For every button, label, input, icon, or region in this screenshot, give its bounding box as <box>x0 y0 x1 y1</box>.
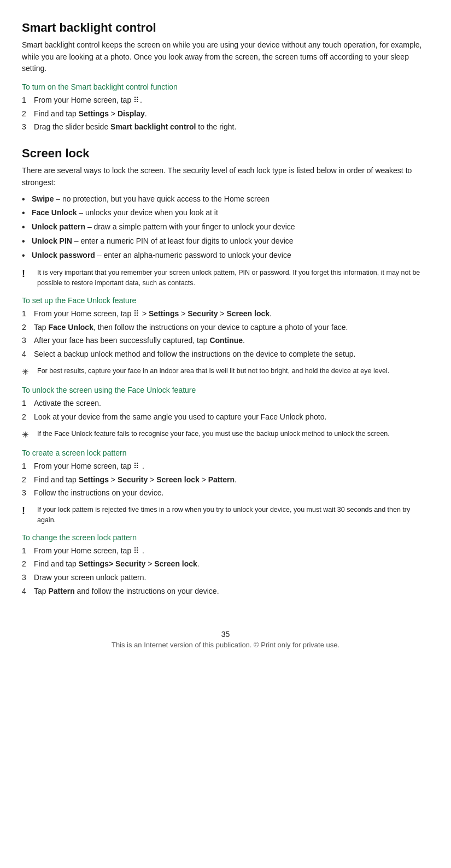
create-step-2: 2 Find and tap Settings > Security > Scr… <box>22 474 429 486</box>
lock-type-face-unlock: • Face Unlock – unlocks your device when… <box>22 207 429 220</box>
step-1: 1 From your Home screen, tap ⠿. <box>22 95 429 107</box>
change-step-2: 2 Find and tap Settings> Security > Scre… <box>22 558 429 570</box>
face-step-2: 2 Tap Face Unlock, then follow the instr… <box>22 322 429 334</box>
step-3: 3 Drag the slider beside Smart backlight… <box>22 121 429 133</box>
screen-lock-description: There are several ways to lock the scree… <box>22 165 429 188</box>
page-number: 35 <box>22 630 429 639</box>
lock-type-pin: • Unlock PIN – enter a numeric PIN of at… <box>22 235 429 249</box>
lock-type-pattern: • Unlock pattern – draw a simple pattern… <box>22 221 429 234</box>
footer-text: This is an Internet version of this publ… <box>22 641 429 649</box>
face-step-4: 4 Select a backup unlock method and foll… <box>22 349 429 361</box>
face-unlock-tip-block: ✳ For best results, capture your face in… <box>22 366 429 379</box>
screen-lock-notice: ! It is very important that you remember… <box>22 268 429 288</box>
step-2: 2 Find and tap Settings > Display. <box>22 108 429 120</box>
notice-icon: ! <box>22 267 37 281</box>
change-pattern-steps: 1 From your Home screen, tap ⠿ . 2 Find … <box>22 545 429 598</box>
lock-type-password: • Unlock password – enter an alpha-numer… <box>22 250 429 263</box>
face-unlock-screen-tip: If the Face Unlock feature fails to reco… <box>37 429 390 439</box>
screen-lock-title: Screen lock <box>22 146 429 161</box>
create-pattern-heading: To create a screen lock pattern <box>22 448 429 457</box>
face-unlock-tip: For best results, capture your face in a… <box>37 366 389 376</box>
create-pattern-steps: 1 From your Home screen, tap ⠿ . 2 Find … <box>22 460 429 499</box>
create-pattern-notice-block: ! If your lock pattern is rejected five … <box>22 505 429 525</box>
face-screen-step-1: 1 Activate the screen. <box>22 398 429 410</box>
smart-backlight-description: Smart backlight control keeps the screen… <box>22 39 429 75</box>
change-step-1: 1 From your Home screen, tap ⠿ . <box>22 545 429 557</box>
lock-types-list: • Swipe – no protection, but you have qu… <box>22 193 429 263</box>
create-step-1: 1 From your Home screen, tap ⠿ . <box>22 460 429 473</box>
smart-backlight-steps: 1 From your Home screen, tap ⠿. 2 Find a… <box>22 95 429 133</box>
face-unlock-screen-steps: 1 Activate the screen. 2 Look at your de… <box>22 398 429 423</box>
change-step-3: 3 Draw your screen unlock pattern. <box>22 572 429 584</box>
smart-backlight-section: Smart backlight control Smart backlight … <box>22 21 429 133</box>
lock-type-swipe: • Swipe – no protection, but you have qu… <box>22 193 429 206</box>
face-unlock-screen-heading: To unlock the screen using the Face Unlo… <box>22 386 429 394</box>
face-unlock-steps: 1 From your Home screen, tap ⠿ > Setting… <box>22 308 429 361</box>
screen-lock-section: Screen lock There are several ways to lo… <box>22 146 429 597</box>
face-unlock-heading: To set up the Face Unlock feature <box>22 296 429 305</box>
face-screen-step-2: 2 Look at your device from the same angl… <box>22 411 429 423</box>
notice-text: It is very important that you remember y… <box>37 268 429 288</box>
tip-icon: ✳ <box>22 366 37 379</box>
change-pattern-heading: To change the screen lock pattern <box>22 533 429 542</box>
page-footer: 35 This is an Internet version of this p… <box>22 630 429 649</box>
notice-icon-2: ! <box>22 504 37 518</box>
turn-on-heading: To turn on the Smart backlight control f… <box>22 82 429 91</box>
face-step-3: 3 After your face has been successfully … <box>22 335 429 347</box>
create-step-3: 3 Follow the instructions on your device… <box>22 487 429 499</box>
create-pattern-notice: If your lock pattern is rejected five ti… <box>37 505 429 525</box>
tip-icon-2: ✳ <box>22 429 37 441</box>
smart-backlight-title: Smart backlight control <box>22 21 429 35</box>
face-unlock-screen-tip-block: ✳ If the Face Unlock feature fails to re… <box>22 429 429 441</box>
face-step-1: 1 From your Home screen, tap ⠿ > Setting… <box>22 308 429 320</box>
change-step-4: 4 Tap Pattern and follow the instruction… <box>22 586 429 598</box>
